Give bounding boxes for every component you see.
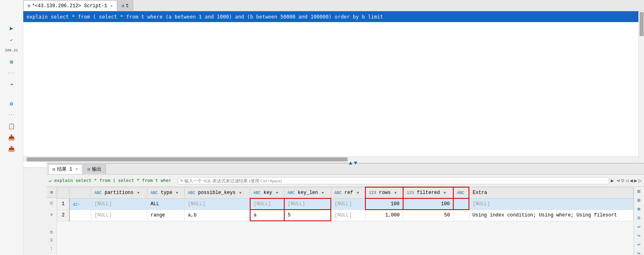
th-extra[interactable]: Extra <box>469 187 633 198</box>
br-icon-8[interactable]: ↪ <box>638 250 641 255</box>
th-col0 <box>69 187 91 198</box>
th-key[interactable]: ABC key ▼ <box>250 187 284 198</box>
td-ref-2[interactable]: [NULL] <box>331 210 365 221</box>
table-body: 1 d2> [NULL] ALL <box>57 198 634 221</box>
td-filtered-2[interactable]: 50 <box>403 210 453 221</box>
br-icon-3[interactable]: ⊕ <box>638 206 641 212</box>
result-tab-1-close[interactable]: ✕ <box>75 167 78 171</box>
filter-nav-5[interactable]: ▷ <box>638 177 642 184</box>
row-type-cell-2: ⊞ <box>47 209 57 220</box>
th-ref-dropdown[interactable]: ▼ <box>357 191 359 195</box>
th-rows[interactable]: 123 rows ▼ <box>365 187 403 198</box>
tab-t[interactable]: ⊞ t <box>117 0 133 11</box>
sql-editor[interactable]: explain select * from ( select * from t … <box>23 11 644 168</box>
filter-run-icon[interactable]: ▶ <box>611 177 614 184</box>
th-rows-dropdown[interactable]: ▼ <box>394 191 396 195</box>
sql-empty-area <box>23 22 644 143</box>
th-possible-keys[interactable]: ABC possible_keys ▼ <box>184 187 250 198</box>
row-type-col: ⊞ 区 ⊞ 长 又 ⤵ <box>47 187 57 255</box>
td-rownum-2: 2 <box>57 210 69 221</box>
th-pk-dropdown[interactable]: ▼ <box>239 191 241 195</box>
th-filtered[interactable]: 123 filtered ▼ <box>403 187 453 198</box>
td-rownum-1: 1 <box>57 198 69 210</box>
result-tab-1[interactable]: ⊞ 结果 1 ✕ <box>48 164 82 174</box>
td-possible-keys-2[interactable]: a,b <box>184 210 250 221</box>
filter-nav-2[interactable]: ◁ <box>626 177 629 184</box>
sidebar-arrow-icon[interactable]: ⇥ <box>4 79 20 90</box>
h-scrollbar-thumb[interactable] <box>26 157 348 161</box>
sql-content[interactable]: explain select * from ( select * from t … <box>23 11 644 22</box>
th-type-type-icon: ABC <box>151 191 158 195</box>
br-icon-5[interactable]: ↩ <box>638 224 641 230</box>
sidebar-upload-icon[interactable]: 📤 <box>4 143 20 154</box>
sidebar-host-label: 206.21 <box>4 45 20 56</box>
th-partitions[interactable]: ABC partitions ▼ <box>91 187 147 198</box>
td-type-2[interactable]: range <box>147 210 185 221</box>
td-key-len-1[interactable]: [NULL] <box>284 198 331 210</box>
th-type[interactable]: ABC type ▼ <box>147 187 185 198</box>
row-type-icon-1: 区 <box>50 201 53 206</box>
sidebar-gear-icon[interactable]: ⚙ <box>4 98 20 109</box>
th-pk-label: possible_keys <box>198 190 236 196</box>
nav-down-icon[interactable]: ▼ <box>330 11 334 13</box>
row-type-header: ⊞ <box>47 187 57 198</box>
sidebar-grid-icon[interactable]: ⊞ <box>4 56 20 67</box>
v-scrollbar-thumb-editor[interactable] <box>640 12 644 36</box>
td-extra-icon-2 <box>453 210 469 221</box>
editor-nav-up[interactable]: ▲ <box>349 160 352 166</box>
editor-nav-arrows: ▲ ▼ <box>349 160 357 166</box>
v-scrollbar-editor[interactable] <box>638 11 644 162</box>
filter-filter-icon[interactable]: ▽ <box>621 177 624 184</box>
th-extra-icon: ABC <box>453 187 469 198</box>
th-filtered-dropdown[interactable]: ▼ <box>444 191 446 195</box>
table-area: ⊞ 区 ⊞ 长 又 ⤵ <box>47 187 644 255</box>
th-key-type-icon: ABC <box>253 191 261 195</box>
nav-up-icon[interactable]: ▲ <box>326 11 329 13</box>
filter-input[interactable] <box>178 177 609 184</box>
br-icon-4[interactable]: ⊙ <box>638 215 641 221</box>
filter-nav-1[interactable]: ⊲ <box>617 177 620 184</box>
td-key-1[interactable]: [NULL] <box>250 198 284 210</box>
tab-script1-close[interactable]: ✕ <box>110 4 113 8</box>
result-tab-output[interactable]: ⊞ 输出 <box>83 164 106 174</box>
th-type-dropdown[interactable]: ▼ <box>176 191 178 195</box>
th-kl-dropdown[interactable]: ▼ <box>322 191 324 195</box>
td-key-len-2[interactable]: 5 <box>284 210 331 221</box>
sidebar-clipboard-icon[interactable]: 📋 <box>4 120 20 132</box>
nav-arrows: ▲ ▼ <box>326 11 334 13</box>
br-icon-7[interactable]: ↩ <box>638 241 641 248</box>
sidebar-back-icon[interactable]: ↙ <box>4 34 20 45</box>
td-filtered-1[interactable]: 100 <box>403 198 453 210</box>
td-rows-1[interactable]: 100 <box>365 198 403 210</box>
br-icon-1[interactable]: ⊞ <box>638 188 641 195</box>
td-key-2[interactable]: a <box>250 210 284 221</box>
th-ref[interactable]: ABC ref ▼ <box>331 187 365 198</box>
th-key-dropdown[interactable]: ▼ <box>276 191 278 195</box>
th-filtered-type-icon: 123 <box>407 191 414 195</box>
br-icon-6[interactable]: ↪ <box>638 233 641 239</box>
td-ref-1[interactable]: [NULL] <box>331 198 365 210</box>
td-partitions-1[interactable]: [NULL] <box>91 198 147 210</box>
th-key-len[interactable]: ABC key_len ▼ <box>284 187 331 198</box>
td-extra-1[interactable]: [NULL] <box>469 198 633 210</box>
th-partitions-dropdown[interactable]: ▼ <box>137 191 139 195</box>
filter-nav-3[interactable]: ◀ <box>630 177 633 184</box>
td-possible-keys-1[interactable]: [NULL] <box>184 198 250 210</box>
result-tab-1-label: 结果 1 <box>57 166 72 173</box>
td-type-1[interactable]: ALL <box>147 198 185 210</box>
editor-nav-down[interactable]: ▼ <box>354 160 357 166</box>
sidebar-dots-icon: ··· <box>4 67 20 79</box>
tab-script1[interactable]: ⊞ *<43.139.206.212> Script-1 ✕ <box>23 0 117 11</box>
sidebar-download-icon[interactable]: 📥 <box>4 132 20 143</box>
results-table: ABC partitions ▼ ABC type ▼ ABC <box>57 187 634 221</box>
h-scrollbar[interactable] <box>23 156 638 162</box>
filter-nav-4[interactable]: ▶ <box>634 177 637 184</box>
td-partitions-2[interactable]: [NULL] <box>91 210 147 221</box>
th-kl-type-icon: ABC <box>287 191 295 195</box>
left-sidebar: ▶ ↙ 206.21 ⊞ ··· ⇥ ⚙ ··· 📋 📥 📤 <box>0 0 23 255</box>
td-col0-1: d2> <box>69 198 91 210</box>
td-extra-2[interactable]: Using index condition; Using where; Usin… <box>469 210 633 221</box>
sidebar-play-icon[interactable]: ▶ <box>4 22 20 34</box>
td-rows-2[interactable]: 1,000 <box>365 210 403 221</box>
br-icon-2[interactable]: ⊞ <box>638 197 641 204</box>
